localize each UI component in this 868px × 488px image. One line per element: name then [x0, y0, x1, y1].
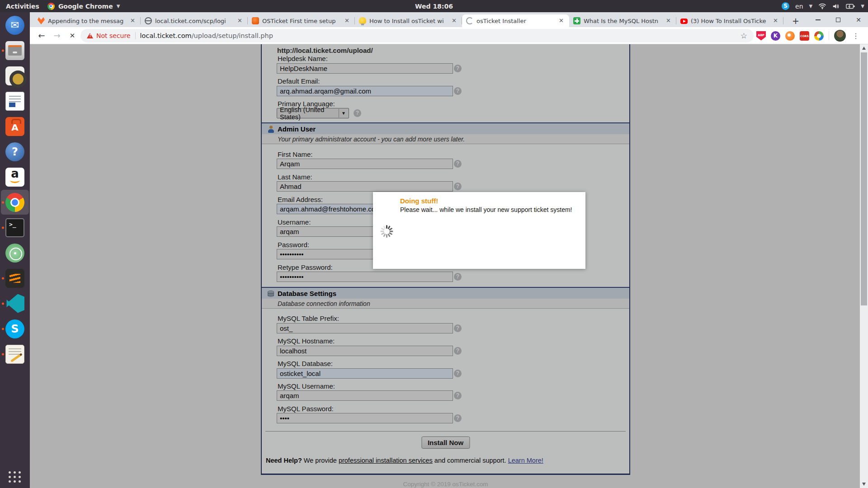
scrollbar-thumb[interactable] [861, 52, 867, 305]
activities-button[interactable]: Activities [6, 3, 39, 10]
system-top-bar: Activities Google Chrome ▼ Wed 18:06 S e… [0, 0, 868, 12]
dock-item-archive-manager[interactable] [1, 38, 29, 63]
browser-menu-icon[interactable]: ⋮ [851, 32, 861, 40]
dock-item-ubuntu-software[interactable] [1, 114, 29, 139]
running-indicator [2, 302, 4, 305]
clock[interactable]: Wed 18:06 [415, 3, 453, 10]
tab-title: local.ticket.com/scp/logi [155, 18, 233, 24]
archive-manager-icon [5, 41, 24, 60]
show-applications-button[interactable] [9, 471, 21, 483]
tab-how-to-install[interactable]: How to Install osTicket wi ✕ [355, 14, 462, 27]
ubuntu-software-icon [5, 117, 24, 136]
close-tab-icon[interactable]: ✕ [450, 17, 458, 25]
thunderbird-icon [5, 16, 24, 35]
minimize-button[interactable] [811, 12, 825, 27]
tab-osticket-setup[interactable]: OSTicket First time setup ✕ [248, 14, 355, 27]
cors-extension-icon[interactable]: CORS [800, 31, 809, 41]
tab-scp-login[interactable]: local.ticket.com/scp/logi ✕ [141, 14, 248, 27]
sublime-text-icon [5, 269, 24, 288]
tab-title: OSTicket First time setup [262, 18, 340, 24]
close-tab-icon[interactable]: ✕ [236, 17, 244, 25]
address-bar[interactable]: Not secure local.ticket.com /upload/setu… [80, 29, 754, 42]
tab-title: (3) How To Install OsTicke [691, 18, 769, 24]
skype-icon [5, 319, 24, 338]
dock-item-chrome[interactable] [1, 190, 29, 215]
installing-modal: Doing stuff! Please wait... while we ins… [373, 192, 585, 269]
colorzilla-extension-icon[interactable] [814, 31, 824, 41]
adblock-extension-icon[interactable]: ABP [756, 31, 766, 41]
tab-strip: Appending to the messag ✕ local.ticket.c… [30, 12, 868, 27]
keyboard-layout-indicator[interactable]: en [795, 3, 803, 10]
lightbulb-icon [359, 17, 366, 24]
loading-spinner-icon [466, 17, 473, 24]
volume-icon[interactable] [832, 3, 840, 9]
close-window-button[interactable]: ✕ [852, 12, 865, 27]
tab-title: osTicket Installer [476, 18, 554, 24]
loading-spinner-icon [380, 225, 393, 238]
tab-title: Appending to the messag [48, 18, 126, 24]
battery-icon[interactable] [846, 4, 855, 9]
page-viewport: http://local.ticket.com/upload/ Helpdesk… [30, 44, 868, 488]
wifi-icon[interactable] [818, 3, 826, 9]
browser-toolbar: ← → ✕ Not secure local.ticket.com /uploa… [30, 27, 868, 44]
osticket-icon [252, 17, 259, 24]
close-tab-icon[interactable]: ✕ [772, 17, 779, 25]
atom-icon [5, 244, 24, 263]
running-indicator [2, 201, 4, 203]
scroll-down-arrow-icon[interactable] [862, 483, 866, 486]
chrome-icon [47, 3, 55, 10]
dock [0, 12, 30, 488]
dock-item-skype[interactable] [1, 316, 29, 341]
app-menu-label: Google Chrome [58, 3, 113, 10]
tab-osticket-installer[interactable]: osTicket Installer ✕ [462, 14, 569, 27]
close-tab-icon[interactable]: ✕ [665, 17, 672, 25]
dock-item-rhythmbox[interactable] [1, 63, 29, 88]
dock-item-amazon[interactable] [1, 164, 29, 189]
skype-tray-icon[interactable]: S [782, 2, 789, 10]
running-indicator [2, 353, 4, 355]
tab-gitlab[interactable]: Appending to the messag ✕ [33, 14, 141, 27]
chevron-down-icon: ▼ [117, 4, 120, 9]
dock-item-sublime-text[interactable] [1, 266, 29, 291]
system-menu-chevron-icon[interactable]: ▼ [861, 4, 864, 9]
chevron-down-icon: ▼ [809, 4, 813, 9]
close-tab-icon[interactable]: ✕ [557, 17, 565, 25]
back-button[interactable]: ← [35, 29, 48, 42]
tab-youtube[interactable]: (3) How To Install OsTicke ✕ [676, 14, 783, 27]
amazon-icon [5, 168, 24, 187]
dock-item-terminal[interactable] [1, 215, 29, 240]
chrome-icon [5, 193, 24, 212]
new-tab-button[interactable]: + [790, 15, 802, 27]
gitlab-icon [38, 17, 45, 24]
close-tab-icon[interactable]: ✕ [129, 17, 137, 25]
scroll-up-arrow-icon[interactable] [862, 47, 866, 50]
bookmark-star-icon[interactable]: ☆ [741, 31, 747, 40]
url-path: /upload/setup/install.php [192, 32, 273, 39]
modal-title: Doing stuff! [400, 197, 438, 205]
url-host: local.ticket.com [140, 32, 192, 39]
security-label[interactable]: Not secure [96, 32, 131, 39]
notes-icon [5, 345, 24, 364]
dock-item-atom[interactable] [1, 240, 29, 265]
dock-item-libreoffice-writer[interactable] [1, 89, 29, 113]
close-tab-icon[interactable]: ✕ [343, 17, 351, 25]
forward-button[interactable]: → [51, 29, 63, 42]
maximize-button[interactable] [831, 12, 845, 27]
globe-icon [145, 17, 152, 24]
orange-extension-icon[interactable] [785, 31, 795, 41]
dock-item-help[interactable] [1, 139, 29, 164]
green-plus-icon [573, 17, 580, 24]
dock-item-vscode[interactable] [1, 291, 29, 316]
kee-extension-icon[interactable]: K [771, 31, 780, 41]
tab-title: What Is the MySQL Hostn [584, 18, 661, 24]
app-menu[interactable]: Google Chrome ▼ [47, 3, 120, 10]
profile-avatar[interactable] [834, 30, 846, 42]
running-indicator [2, 49, 4, 52]
dock-item-thunderbird[interactable] [1, 13, 29, 38]
page-scrollbar[interactable] [860, 44, 868, 488]
tab-mysql-hostname[interactable]: What Is the MySQL Hostn ✕ [569, 14, 676, 27]
stop-loading-button[interactable]: ✕ [66, 29, 79, 42]
running-indicator [2, 328, 4, 330]
dock-item-notes[interactable] [1, 342, 29, 366]
not-secure-warning-icon[interactable] [87, 33, 93, 38]
